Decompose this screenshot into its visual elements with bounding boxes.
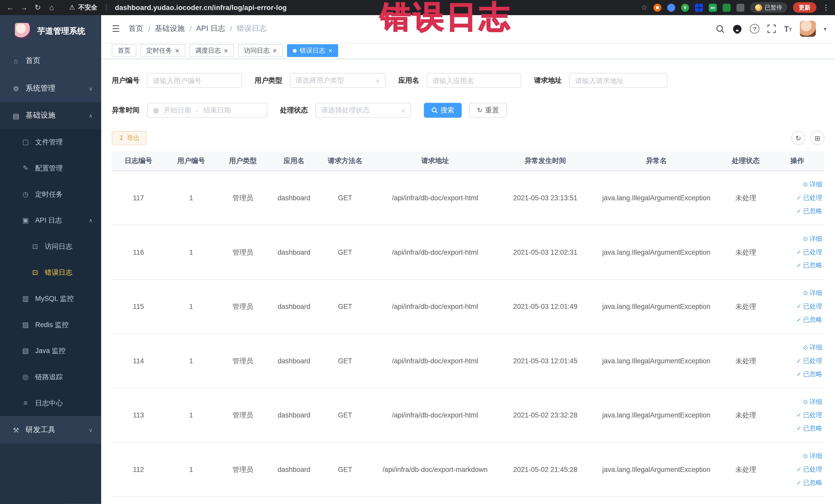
ignored-link[interactable]: ✓已忽略 (796, 261, 822, 270)
tab-access-log[interactable]: 访问日志 × (238, 44, 283, 57)
sidebar-item-redis-monitor[interactable]: ▨ Redis 监控 (0, 312, 101, 338)
grid-extension-icon[interactable] (695, 3, 703, 11)
tab-close-icon[interactable]: × (224, 47, 228, 54)
processed-link[interactable]: ✓已处理 (796, 465, 822, 474)
extensions-puzzle-icon[interactable] (736, 3, 745, 11)
tab-label: 定时任务 (147, 46, 172, 55)
search-icon[interactable] (716, 24, 725, 33)
cell-app-name: dashboard (268, 280, 320, 334)
tab-schedule-log[interactable]: 调度日志 × (189, 44, 234, 57)
security-label[interactable]: 不安全 (78, 3, 97, 12)
sidebar-item-api-logs[interactable]: ▣ API 日志 ∧ (0, 207, 101, 234)
chrome-update-button[interactable]: 更新 (793, 2, 816, 13)
detail-link[interactable]: ⊙详细 (803, 288, 822, 298)
paused-chip[interactable]: 已暂停 (750, 2, 787, 13)
url-text[interactable]: dashboard.yudao.iocoder.cn/infra/log/api… (115, 3, 287, 11)
breadcrumb-home[interactable]: 首页 (128, 24, 143, 33)
reload-icon[interactable]: ↻ (31, 0, 45, 15)
url-bar[interactable]: ⚠ 不安全 dashboard.yudao.iocoder.cn/infra/l… (69, 3, 287, 12)
detail-link[interactable]: ⊙详细 (803, 451, 822, 461)
ignored-link[interactable]: ✓已忽略 (796, 370, 822, 379)
on-badge-extension-icon[interactable]: on (709, 3, 717, 11)
user-avatar[interactable] (800, 21, 816, 37)
cell-log-id: 117 (112, 171, 165, 225)
sidebar-item-access-log[interactable]: ⊡ 访问日志 (0, 234, 101, 260)
detail-link[interactable]: ⊙详细 (803, 180, 822, 189)
avatar-caret-down-icon[interactable]: ▾ (824, 26, 826, 32)
cell-user-type: 管理员 (217, 171, 268, 225)
cell-status: 未处理 (721, 388, 770, 442)
github-icon[interactable] (733, 24, 742, 33)
refresh-button[interactable]: ↻ (791, 131, 805, 145)
sidebar-item-file-management[interactable]: ▢ 文件管理 (0, 129, 101, 155)
status-select[interactable]: 请选择处理状态 ∨ (315, 103, 411, 118)
processed-link[interactable]: ✓已处理 (796, 411, 822, 420)
search-icon (431, 107, 437, 114)
java-icon: ▧ (21, 347, 30, 355)
table-row: 112 1 管理员 dashboard GET /api/infra/db-do… (112, 443, 824, 497)
eye-icon: ⊙ (803, 399, 808, 405)
cell-method: GET (320, 171, 371, 225)
tab-scheduled-jobs[interactable]: 定时任务 × (141, 44, 185, 57)
detail-link[interactable]: ⊙详细 (803, 235, 822, 243)
table-row: 113 1 管理员 dashboard GET /api/infra/db-do… (112, 388, 824, 443)
forward-icon[interactable]: → (17, 0, 31, 15)
sidebar-item-config-management[interactable]: ✎ 配置管理 (0, 155, 101, 181)
vue-devtools-icon[interactable]: V (681, 3, 689, 11)
sidebar-item-mysql-monitor[interactable]: ▥ MySQL 监控 (0, 285, 101, 312)
detail-link[interactable]: ⊙详细 (803, 398, 822, 406)
filter-row-1: 用户编号 用户类型 请选择用户类型 ∨ 应用名 请求地址 (112, 73, 824, 88)
processed-link[interactable]: ✓已处理 (796, 248, 822, 257)
fullscreen-icon[interactable] (768, 24, 776, 33)
breadcrumb-infrastructure[interactable]: 基础设施 (155, 24, 185, 33)
ignored-link[interactable]: ✓已忽略 (796, 424, 822, 433)
bookmark-star-icon[interactable]: ☆ (641, 3, 648, 12)
tab-error-log[interactable]: 错误日志 × (287, 44, 338, 57)
cell-actions: ⊙详细 ✓已处理 ✓已忽略 (770, 280, 824, 334)
back-icon[interactable]: ← (3, 0, 17, 15)
tab-home[interactable]: 首页 (112, 44, 136, 57)
export-button[interactable]: ↧ 导出 (112, 131, 147, 145)
column-header-time: 异常发生时间 (500, 151, 591, 170)
tab-close-icon[interactable]: × (329, 47, 333, 54)
sidebar-item-dev-tools[interactable]: ⚒ 研发工具 ∨ (0, 416, 101, 444)
folder-icon: ▢ (21, 138, 30, 146)
sidebar-item-home[interactable]: ⌂ 首页 (0, 47, 101, 75)
app-logo[interactable]: 芋道管理系统 (0, 15, 101, 47)
sidebar-toggle-icon[interactable]: ☰ (112, 23, 120, 35)
lighthouse-extension-icon[interactable] (653, 3, 661, 11)
request-url-input[interactable] (569, 73, 667, 88)
app-name-input[interactable] (427, 73, 521, 88)
tab-close-icon[interactable]: × (273, 47, 277, 54)
help-icon[interactable]: ? (750, 24, 759, 33)
sidebar-item-log-center[interactable]: ≡ 日志中心 (0, 390, 101, 416)
ignored-link[interactable]: ✓已忽略 (796, 315, 822, 324)
browser-home-icon[interactable]: ⌂ (45, 0, 59, 15)
sidebar-item-tracing[interactable]: ◎ 链路追踪 (0, 364, 101, 390)
breadcrumb-api-logs[interactable]: API 日志 (196, 24, 225, 33)
processed-link[interactable]: ✓已处理 (796, 356, 822, 365)
detail-link[interactable]: ⊙详细 (803, 343, 822, 352)
error-log-table: 日志编号 用户编号 用户类型 应用名 请求方法名 请求地址 异常发生时间 异常名… (112, 151, 824, 497)
ignored-link[interactable]: ✓已忽略 (796, 207, 822, 216)
sidebar-item-scheduled-jobs[interactable]: ◷ 定时任务 (0, 181, 101, 207)
sidebar-item-infrastructure[interactable]: ▤ 基础设施 ∧ (0, 102, 101, 129)
drop-extension-icon[interactable] (667, 3, 675, 11)
ignored-link[interactable]: ✓已忽略 (796, 478, 822, 487)
sidebar-item-java-monitor[interactable]: ▧ Java 监控 (0, 338, 101, 364)
column-header-user-type: 用户类型 (217, 151, 268, 170)
column-settings-button[interactable]: ⊞ (811, 131, 824, 145)
processed-link[interactable]: ✓已处理 (796, 302, 822, 311)
reset-button[interactable]: ↻ 重置 (469, 103, 507, 118)
sprout-extension-icon[interactable] (722, 3, 731, 11)
processed-link[interactable]: ✓已处理 (796, 193, 822, 202)
user-type-select[interactable]: 请选择用户类型 ∨ (290, 73, 386, 88)
search-button[interactable]: 搜索 (424, 103, 462, 118)
tab-close-icon[interactable]: × (175, 47, 179, 54)
exception-time-range[interactable]: ▦ 开始日期 - 结束日期 (147, 103, 267, 118)
browser-menu-icon[interactable]: ⋮ (822, 3, 830, 12)
sidebar-item-error-log[interactable]: ⊡ 错误日志 (0, 259, 101, 285)
font-size-icon[interactable]: T T (784, 25, 792, 33)
sidebar-item-system-management[interactable]: ⚙ 系统管理 ∨ (0, 75, 101, 102)
user-id-input[interactable] (147, 73, 242, 88)
